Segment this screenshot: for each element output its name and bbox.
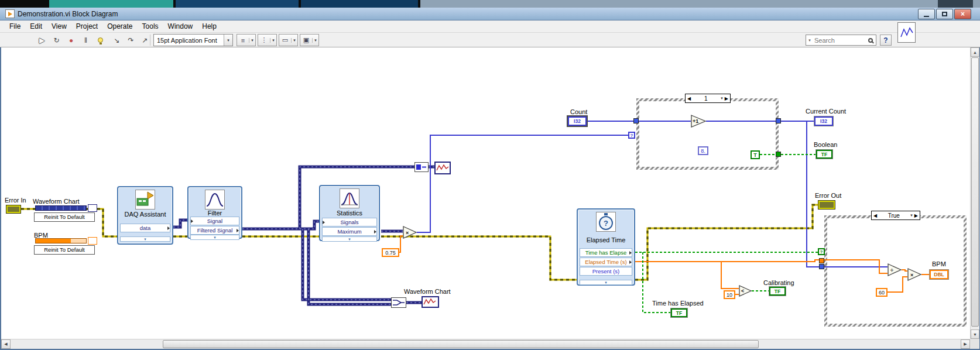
calibrating-terminal[interactable]: TF bbox=[769, 287, 786, 296]
case2-selector-label[interactable]: True bbox=[879, 212, 909, 219]
run-continuous-button[interactable]: ↻ bbox=[50, 34, 63, 46]
waveform-graph-terminal-top[interactable] bbox=[434, 162, 451, 174]
maximize-button[interactable] bbox=[936, 9, 953, 19]
multiply-node-bpm[interactable]: × bbox=[907, 268, 921, 281]
elapsed-row-present[interactable]: Present (s) bbox=[580, 267, 632, 276]
boolean-terminal[interactable]: TF bbox=[816, 150, 832, 159]
increment-node[interactable]: +1 bbox=[691, 115, 706, 128]
vi-icon-pane[interactable] bbox=[897, 22, 916, 43]
abort-button[interactable]: ● bbox=[64, 34, 78, 46]
case2-selector-terminal[interactable]: ? bbox=[818, 248, 825, 255]
merge-signals-node[interactable] bbox=[391, 297, 406, 308]
case2-orange-tunnel[interactable] bbox=[819, 258, 824, 263]
true-constant[interactable]: T bbox=[751, 150, 760, 159]
daq-expand-chevron-icon[interactable]: ▾ bbox=[120, 236, 170, 242]
reinit-to-default-node-bpm[interactable]: Reinit To Default bbox=[34, 245, 95, 255]
count-terminal[interactable]: I32 bbox=[568, 116, 587, 126]
multiply-node-threshold[interactable]: × bbox=[403, 226, 417, 239]
browser-tab-3[interactable] bbox=[301, 0, 418, 8]
filter-expand-chevron-icon[interactable]: ▾ bbox=[190, 235, 239, 240]
elapsed-row-elapsed-time[interactable]: Elapsed Time (s) bbox=[580, 258, 632, 266]
distribute-objects-dropdown[interactable]: ⋮ ▾ bbox=[258, 34, 277, 46]
waveform-chart-control-terminal[interactable] bbox=[35, 205, 87, 211]
scroll-left-button[interactable]: ◀ bbox=[1, 339, 11, 349]
case1-boolean-tunnel[interactable] bbox=[776, 152, 781, 157]
waveform-chart-terminal-bottom[interactable] bbox=[422, 296, 439, 308]
horizontal-scrollbar-thumb[interactable] bbox=[163, 340, 759, 348]
case1-selector[interactable]: ◀ 1 ▾ ▶ bbox=[685, 94, 731, 103]
reorder-dropdown[interactable]: ▣ ▾ bbox=[300, 34, 319, 46]
menu-item-file[interactable]: File bbox=[5, 20, 25, 33]
horizontal-scrollbar[interactable]: ◀ ▶ bbox=[1, 339, 970, 349]
statistics-row-signals[interactable]: Signals bbox=[322, 218, 377, 227]
bpm-mini-terminal[interactable] bbox=[88, 237, 97, 245]
constant-0-75[interactable]: 0.75 bbox=[382, 248, 399, 257]
scroll-up-button[interactable]: ▲ bbox=[971, 47, 979, 57]
case1-prev-icon[interactable]: ◀ bbox=[687, 96, 691, 101]
highlight-execution-button[interactable] bbox=[94, 34, 107, 46]
browser-tab-1[interactable] bbox=[49, 0, 173, 8]
step-into-button[interactable]: ↘ bbox=[110, 34, 124, 46]
vertical-scrollbar[interactable]: ▲ ▼ bbox=[970, 47, 979, 339]
error-in-terminal[interactable] bbox=[6, 205, 21, 214]
help-button[interactable]: ? bbox=[880, 35, 892, 46]
menu-item-help[interactable]: Help bbox=[197, 20, 221, 33]
browser-tab-2[interactable] bbox=[176, 0, 299, 8]
waveform-chart-mini-terminal[interactable] bbox=[88, 204, 97, 212]
current-count-terminal[interactable]: I32 bbox=[814, 116, 833, 126]
statistics-row-maximum[interactable]: Maximum bbox=[322, 227, 377, 236]
constant-8[interactable]: 8. bbox=[698, 146, 708, 155]
divide-node[interactable]: ÷ bbox=[888, 263, 902, 276]
daq-assistant-node[interactable]: DAQ Assistant data ▾ bbox=[117, 186, 173, 245]
bpm-indicator-terminal[interactable]: DBL bbox=[930, 270, 948, 279]
time-has-elapsed-terminal[interactable]: TF bbox=[671, 308, 687, 317]
statistics-node[interactable]: Statistics Signals Maximum ▾ bbox=[319, 185, 380, 241]
case1-dropdown-icon[interactable]: ▾ bbox=[721, 96, 723, 101]
daq-row-data[interactable]: data bbox=[120, 224, 170, 232]
elapsed-row-time-has-elapsed[interactable]: Time has Elapse bbox=[580, 248, 632, 257]
pause-button[interactable]: ‖ bbox=[79, 34, 92, 46]
browser-window-controls[interactable] bbox=[938, 0, 973, 8]
elapsed-expand-chevron-icon[interactable]: ▾ bbox=[580, 280, 632, 285]
case1-right-tunnel[interactable] bbox=[776, 118, 781, 123]
constant-60[interactable]: 60 bbox=[876, 288, 888, 297]
step-over-button[interactable]: ↷ bbox=[124, 34, 138, 46]
elapsed-time-node[interactable]: ? Elapsed Time Time has Elapse Elapsed T… bbox=[577, 208, 635, 286]
filter-row-signal[interactable]: Signal bbox=[190, 217, 239, 225]
menu-item-edit[interactable]: Edit bbox=[25, 20, 47, 33]
close-button[interactable]: × bbox=[954, 9, 971, 19]
menu-item-tools[interactable]: Tools bbox=[138, 20, 163, 33]
search-scope-dropdown-icon[interactable]: ▾ bbox=[806, 38, 813, 43]
vertical-scrollbar-thumb[interactable] bbox=[971, 57, 979, 327]
menu-item-project[interactable]: Project bbox=[71, 20, 102, 33]
font-selector-dropdown-icon[interactable]: ▾ bbox=[224, 35, 232, 46]
scroll-down-button[interactable]: ▼ bbox=[971, 330, 979, 339]
menu-item-view[interactable]: View bbox=[47, 20, 71, 33]
case1-next-icon[interactable]: ▶ bbox=[725, 96, 728, 101]
case2-next-icon[interactable]: ▶ bbox=[914, 213, 918, 218]
titlebar[interactable]: Demonstration.vi Block Diagram × bbox=[0, 8, 980, 20]
scroll-right-button[interactable]: ▶ bbox=[961, 339, 970, 349]
bpm-slider-terminal[interactable] bbox=[35, 238, 87, 243]
resize-objects-dropdown[interactable]: ▭ ▾ bbox=[279, 34, 298, 46]
case2-dropdown-icon[interactable]: ▾ bbox=[910, 213, 913, 218]
case2-prev-icon[interactable]: ◀ bbox=[873, 213, 877, 218]
search-input[interactable] bbox=[813, 36, 867, 44]
case1-left-tunnel[interactable] bbox=[633, 118, 639, 123]
font-selector[interactable]: 15pt Application Font ▾ bbox=[153, 34, 233, 46]
case1-selector-terminal[interactable]: ? bbox=[628, 132, 635, 139]
filter-node[interactable]: Filter Signal Filtered Signal ▾ bbox=[187, 186, 242, 239]
menu-item-operate[interactable]: Operate bbox=[102, 20, 137, 33]
minimize-button[interactable] bbox=[918, 9, 935, 19]
run-button[interactable]: ▶ bbox=[35, 34, 49, 46]
less-than-node[interactable]: < bbox=[739, 285, 752, 297]
case1-selector-label[interactable]: 1 bbox=[693, 95, 719, 102]
constant-10[interactable]: 10 bbox=[724, 290, 735, 299]
case2-selector[interactable]: ◀ True ▾ ▶ bbox=[871, 211, 920, 220]
search-box[interactable]: ▾ bbox=[806, 35, 876, 46]
reinit-to-default-node-waveform-chart[interactable]: Reinit To Default bbox=[34, 212, 95, 222]
statistics-expand-chevron-icon[interactable]: ▾ bbox=[322, 236, 377, 242]
filter-row-filtered-signal[interactable]: Filtered Signal bbox=[190, 226, 239, 235]
convert-dynamic-data-node[interactable] bbox=[414, 162, 429, 172]
align-objects-dropdown[interactable]: ≡ ▾ bbox=[237, 34, 256, 46]
